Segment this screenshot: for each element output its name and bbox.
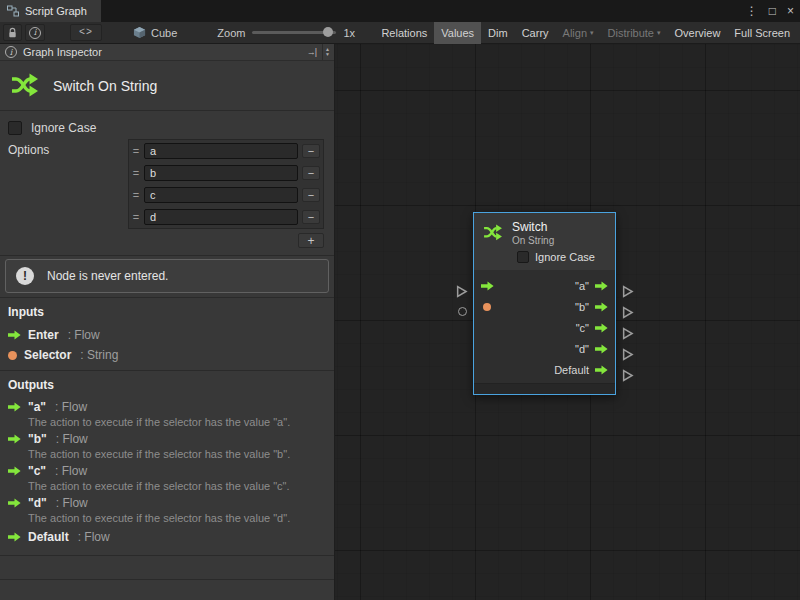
node-ignore-case-checkbox[interactable] [517, 251, 529, 263]
flow-arrow-icon [8, 330, 21, 340]
info-icon: i [29, 27, 41, 39]
flow-arrow-icon [8, 532, 21, 542]
node-port-row: "b" [474, 296, 615, 317]
divider [0, 255, 334, 256]
divider [0, 297, 334, 298]
option-row: = − [129, 206, 323, 228]
output-a: "a" : Flow [8, 400, 87, 414]
add-option-button[interactable]: + [298, 233, 324, 248]
output-b-description: The action to execute if the selector ha… [28, 448, 290, 460]
graph-inspector-panel: i Graph Inspector →| ▲ ▼ Switch On Strin… [0, 44, 335, 600]
unit-title: Switch On String [53, 78, 157, 94]
toolbar-button-carry[interactable]: Carry [515, 22, 556, 44]
align-label: Align [563, 27, 587, 39]
scroll-arrows[interactable]: ▲ ▼ [322, 44, 332, 61]
toolbar-button-align[interactable]: Align ▾ [556, 22, 601, 44]
switch-on-string-node[interactable]: Switch On String Ignore Case "a" "b" [473, 212, 616, 395]
node-output-default[interactable]: Default [554, 364, 608, 376]
node-ignore-case-row: Ignore Case [474, 246, 615, 270]
node-output-d[interactable]: "d" [575, 343, 608, 355]
inspector-toggle-button[interactable]: i [25, 24, 45, 41]
divider [0, 555, 334, 556]
enter-port-triangle[interactable] [456, 285, 468, 298]
drag-handle-icon[interactable]: = [132, 167, 140, 179]
node-port-row: "c" [474, 317, 615, 338]
window-menu-icon[interactable]: ⋮ [746, 4, 758, 18]
node-output-b[interactable]: "b" [575, 301, 608, 313]
option-field-0[interactable] [144, 143, 298, 159]
zoom-value: 1x [343, 27, 355, 39]
enter-flow-arrow-icon[interactable] [481, 281, 494, 291]
node-ignore-case-label: Ignore Case [535, 251, 595, 263]
input-enter: Enter : Flow [8, 328, 100, 342]
toolbar-button-dim[interactable]: Dim [481, 22, 515, 44]
tab-title: Script Graph [25, 5, 87, 17]
toolbar-button-fullscreen[interactable]: Full Screen [727, 22, 797, 44]
output-port-a-triangle[interactable] [622, 285, 634, 298]
zoom-slider[interactable] [252, 31, 336, 34]
flow-arrow-icon [8, 466, 21, 476]
lock-button[interactable] [3, 24, 22, 41]
edit-graph-button[interactable]: <> [70, 24, 102, 41]
window-close-icon[interactable]: × [787, 4, 794, 18]
flow-arrow-icon [8, 434, 21, 444]
code-icon: <> [79, 27, 93, 38]
output-d-description: The action to execute if the selector ha… [28, 512, 290, 524]
node-port-row: "d" [474, 338, 615, 359]
option-row: = − [129, 162, 323, 184]
window-maximize-icon[interactable]: □ [769, 4, 776, 18]
dock-icon[interactable]: →| [307, 47, 316, 57]
output-port-c-triangle[interactable] [622, 327, 634, 340]
divider [0, 370, 334, 371]
drag-handle-icon[interactable]: = [132, 211, 140, 223]
selector-string-dot-icon[interactable] [483, 303, 491, 311]
node-header: Switch On String [474, 213, 615, 246]
output-a-description: The action to execute if the selector ha… [28, 416, 290, 428]
output-port-b-triangle[interactable] [622, 306, 634, 319]
toolbar-button-overview[interactable]: Overview [668, 22, 728, 44]
remove-option-button[interactable]: − [302, 210, 320, 224]
drag-handle-icon[interactable]: = [132, 145, 140, 157]
remove-option-button[interactable]: − [302, 188, 320, 202]
options-list: = − = − = − = − [128, 139, 324, 229]
flow-arrow-icon [595, 281, 608, 291]
port-name: Enter [28, 328, 59, 342]
output-d: "d" : Flow [8, 496, 88, 510]
divider [0, 579, 334, 580]
graph-owner[interactable]: Cube [133, 26, 177, 39]
output-b: "b" : Flow [8, 432, 88, 446]
node-port-row: "a" [474, 275, 615, 296]
port-name: "b" [28, 432, 47, 446]
port-type: : Flow [55, 464, 87, 478]
scroll-down-icon[interactable]: ▼ [325, 52, 330, 57]
zoom-slider-thumb[interactable] [323, 27, 333, 37]
graph-canvas[interactable]: Switch On String Ignore Case "a" "b" [335, 44, 800, 600]
chevron-down-icon: ▾ [590, 29, 594, 37]
port-type: : Flow [78, 530, 110, 544]
node-output-c[interactable]: "c" [576, 322, 608, 334]
selector-port-circle[interactable] [458, 307, 467, 316]
option-field-2[interactable] [144, 187, 298, 203]
toolbar-button-values[interactable]: Values [434, 22, 481, 44]
input-selector: Selector : String [8, 348, 118, 362]
drag-handle-icon[interactable]: = [132, 189, 140, 201]
tab-script-graph[interactable]: Script Graph [0, 0, 101, 22]
zoom-label: Zoom [217, 27, 245, 39]
info-icon: i [5, 46, 17, 58]
option-field-1[interactable] [144, 165, 298, 181]
lock-icon [7, 27, 18, 39]
node-footer [474, 383, 615, 394]
ignore-case-checkbox[interactable] [8, 121, 22, 135]
output-port-d-triangle[interactable] [622, 348, 634, 361]
toolbar-button-distribute[interactable]: Distribute ▾ [601, 22, 668, 44]
toolbar-button-relations[interactable]: Relations [374, 22, 434, 44]
port-name: "d" [28, 496, 47, 510]
remove-option-button[interactable]: − [302, 166, 320, 180]
node-output-a[interactable]: "a" [575, 280, 608, 292]
output-port-default-triangle[interactable] [622, 369, 634, 382]
option-field-3[interactable] [144, 209, 298, 225]
switch-unit-icon [9, 70, 41, 102]
cube-icon [133, 26, 146, 39]
remove-option-button[interactable]: − [302, 144, 320, 158]
warning-text: Node is never entered. [47, 269, 168, 283]
